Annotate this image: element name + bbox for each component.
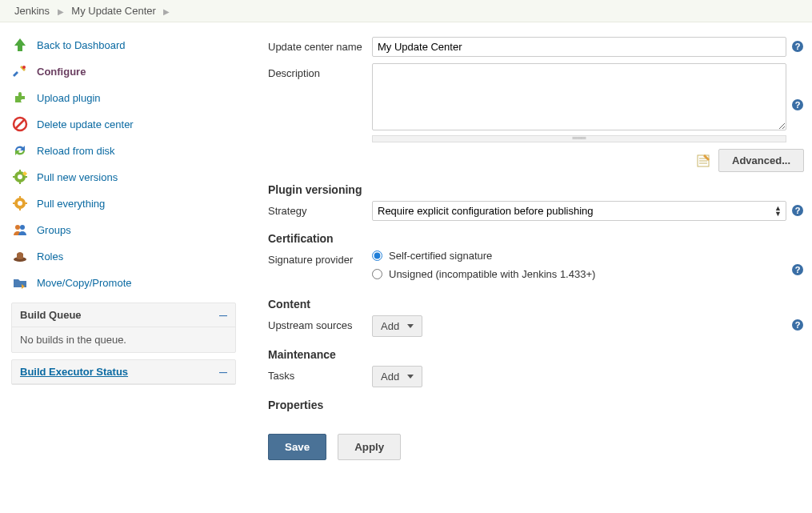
tasks-label: Tasks	[268, 366, 372, 382]
collapse-icon[interactable]: —	[219, 311, 227, 320]
sidebar-item-label: Groups	[37, 224, 71, 236]
build-queue-body: No builds in the queue.	[12, 327, 235, 352]
add-label: Add	[381, 371, 399, 383]
upstream-label: Upstream sources	[268, 315, 372, 331]
section-maintenance: Maintenance	[268, 348, 804, 361]
advanced-button[interactable]: Advanced...	[718, 149, 804, 172]
executor-header[interactable]: Build Executor Status —	[12, 360, 235, 384]
section-content: Content	[268, 298, 804, 311]
up-arrow-icon	[11, 36, 29, 54]
help-icon[interactable]: ?	[791, 40, 804, 53]
executor-title: Build Executor Status	[20, 366, 128, 378]
add-upstream-button[interactable]: Add	[372, 315, 422, 337]
build-queue-title: Build Queue	[20, 309, 82, 321]
radio-self-label: Self-certified signature	[389, 250, 492, 262]
sidebar: Back to Dashboard Configure Upload plugi…	[0, 22, 244, 484]
sidebar-item-configure[interactable]: Configure	[11, 58, 244, 85]
sidebar-item-pull-new[interactable]: Pull new versions	[11, 164, 244, 190]
svg-text:?: ?	[795, 100, 801, 110]
sidebar-item-label: Reload from disk	[37, 145, 115, 157]
sidebar-item-label: Pull everything	[37, 198, 105, 210]
tools-icon	[11, 62, 29, 80]
svg-point-0	[22, 66, 26, 69]
collapse-icon[interactable]: —	[219, 368, 227, 377]
section-plugin-versioning: Plugin versioning	[268, 183, 804, 196]
sidebar-item-label: Upload plugin	[37, 92, 101, 104]
sidebar-item-label: Move/Copy/Promote	[37, 277, 132, 289]
sidebar-item-back[interactable]: Back to Dashboard	[11, 32, 244, 58]
breadcrumb: Jenkins ▶ My Update Center ▶	[0, 0, 812, 22]
help-icon[interactable]: ?	[791, 319, 804, 331]
sidebar-item-reload[interactable]: Reload from disk	[11, 138, 244, 164]
breadcrumb-root[interactable]: Jenkins	[14, 5, 50, 17]
breadcrumb-current[interactable]: My Update Center	[71, 5, 156, 17]
svg-text:?: ?	[795, 320, 801, 330]
name-input[interactable]	[372, 37, 786, 57]
description-label: Description	[268, 63, 372, 79]
description-input[interactable]	[372, 63, 786, 130]
radio-unsigned-input[interactable]	[372, 269, 382, 279]
strategy-select[interactable]: Require explicit configuration before pu…	[372, 201, 786, 221]
svg-line-2	[16, 120, 24, 128]
add-task-button[interactable]: Add	[372, 366, 422, 387]
sidebar-item-roles[interactable]: Roles	[11, 243, 244, 270]
prohibited-icon	[11, 115, 29, 133]
svg-rect-15	[25, 202, 27, 204]
svg-text:?: ?	[795, 265, 801, 275]
breadcrumb-separator-icon: ▶	[58, 7, 64, 16]
svg-rect-5	[19, 170, 21, 172]
svg-point-17	[20, 225, 25, 230]
radio-unsigned[interactable]: Unsigned (incompatible with Jenkins 1.43…	[372, 268, 786, 280]
svg-point-4	[18, 174, 22, 179]
executor-pane: Build Executor Status —	[11, 359, 236, 385]
svg-text:?: ?	[795, 206, 801, 215]
signature-label: Signature provider	[268, 250, 372, 266]
help-icon[interactable]: ?	[791, 263, 804, 276]
name-label: Update center name	[268, 37, 372, 53]
sidebar-item-upload[interactable]: Upload plugin	[11, 85, 244, 111]
resize-handle[interactable]: ═══	[372, 135, 786, 142]
strategy-label: Strategy	[268, 201, 372, 217]
svg-point-11	[18, 201, 22, 206]
sidebar-item-groups[interactable]: Groups	[11, 217, 244, 243]
section-properties: Properties	[268, 399, 804, 411]
refresh-icon	[11, 142, 29, 159]
sidebar-item-label: Pull new versions	[37, 171, 118, 183]
sidebar-item-move[interactable]: Move/Copy/Promote	[11, 270, 244, 296]
sidebar-item-label: Roles	[37, 250, 63, 263]
svg-rect-12	[19, 196, 21, 198]
help-icon[interactable]: ?	[791, 98, 804, 111]
svg-point-16	[15, 225, 20, 230]
caret-down-icon	[407, 375, 414, 379]
radio-self-input[interactable]	[372, 250, 382, 261]
svg-rect-8	[25, 176, 27, 178]
svg-text:?: ?	[795, 42, 801, 51]
radio-unsigned-label: Unsigned (incompatible with Jenkins 1.43…	[389, 268, 595, 280]
hat-icon	[11, 247, 29, 265]
gear-download-icon	[11, 194, 29, 212]
group-icon	[11, 221, 29, 238]
sidebar-item-pull-all[interactable]: Pull everything	[11, 190, 244, 217]
caret-down-icon	[407, 324, 414, 328]
build-queue-pane: Build Queue — No builds in the queue.	[11, 303, 236, 353]
main-form: Update center name ? Description ═══ ?	[244, 22, 812, 484]
build-queue-header[interactable]: Build Queue —	[12, 303, 235, 327]
svg-rect-6	[19, 182, 21, 184]
notepad-icon[interactable]	[694, 152, 712, 170]
section-certification: Certification	[268, 232, 804, 245]
add-label: Add	[381, 320, 399, 332]
svg-rect-14	[13, 202, 15, 204]
sidebar-item-label: Delete update center	[37, 118, 134, 130]
svg-rect-7	[13, 176, 15, 178]
gear-new-icon	[11, 168, 29, 186]
breadcrumb-separator-icon: ▶	[163, 7, 170, 16]
plugin-icon	[11, 89, 29, 106]
apply-button[interactable]: Apply	[338, 434, 401, 460]
sidebar-item-label: Back to Dashboard	[37, 39, 126, 51]
sidebar-item-delete[interactable]: Delete update center	[11, 111, 244, 138]
save-button[interactable]: Save	[268, 434, 326, 460]
radio-self-certified[interactable]: Self-certified signature	[372, 250, 786, 262]
svg-rect-13	[19, 208, 21, 210]
sidebar-item-label: Configure	[37, 66, 86, 78]
help-icon[interactable]: ?	[791, 204, 804, 217]
